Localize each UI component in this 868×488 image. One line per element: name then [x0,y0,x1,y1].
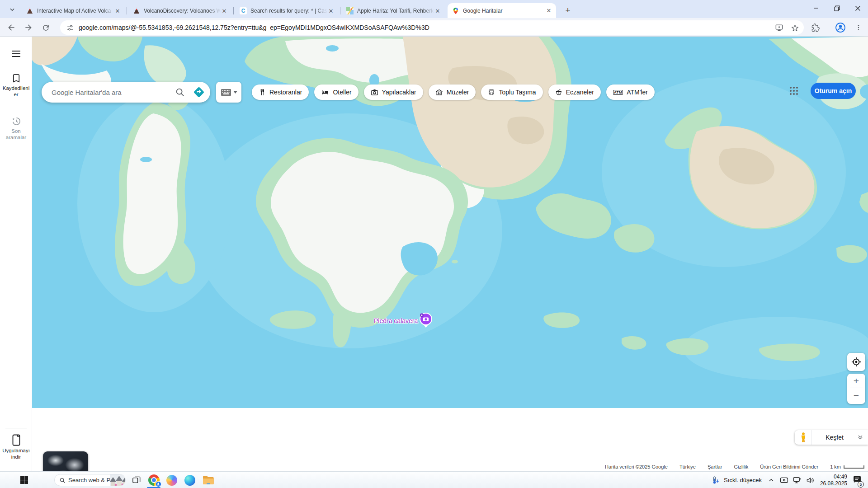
tray-expand-chevron-icon[interactable] [768,477,774,483]
install-app-icon[interactable] [775,23,783,32]
back-button[interactable] [5,22,17,33]
window-close-button[interactable] [847,0,868,16]
sidebar-item-label: Uygulamayı indir [0,448,32,460]
my-location-button[interactable] [847,353,865,371]
google-maps-app: Piedra calavera Kaydedilenler [0,37,868,471]
chip-transit[interactable]: Toplu Taşıma [481,84,542,100]
privacy-link[interactable]: Gizlilik [734,464,748,469]
chip-hotels[interactable]: Oteller [314,84,358,100]
tab-close-button[interactable]: ✕ [545,7,552,14]
profile-button[interactable] [835,22,846,33]
tab-title: Interactive Map of Active Volca [37,8,114,14]
photo-marker-icon [419,312,433,329]
new-tab-button[interactable]: + [562,5,574,16]
reload-icon [42,23,50,32]
chip-restaurants[interactable]: Restoranlar [252,84,309,100]
bookmark-star-icon[interactable] [791,23,799,32]
chip-label: Restoranlar [269,89,302,96]
maps-search-input[interactable] [52,89,175,96]
zoom-out-button[interactable]: − [847,388,865,402]
window-restore-button[interactable] [826,0,847,16]
caret-down-icon [233,91,237,94]
close-icon [855,5,861,11]
browser-menu-button[interactable] [853,22,864,33]
taskbar-search-box[interactable] [54,474,126,486]
taskbar-search-input[interactable] [68,477,110,483]
tab-close-button[interactable]: ✕ [114,7,121,14]
sidebar-item-recents[interactable]: Son aramalar [0,116,32,141]
chip-things-to-do[interactable]: Yapılacaklar [364,84,423,100]
window-minimize-button[interactable] [806,0,826,16]
tab-close-button[interactable]: ✕ [221,7,228,14]
pegman-control[interactable] [795,430,812,445]
sidebar-divider [5,428,27,428]
windows-taskbar: Sıckl. düşecek 04:49 26.08.2025 5 [0,471,868,488]
feedback-link[interactable]: Ürün Geri Bildirimi Gönder [760,464,818,469]
weather-widget[interactable]: Sıckl. düşecek [711,476,762,485]
category-chip-row: Restoranlar Oteller Yapılacaklar Müzeler… [252,84,655,100]
restaurant-icon [259,89,266,96]
chip-label: Yapılacaklar [382,89,416,96]
tab-apple-maps[interactable]: Apple Harita: Yol Tarifi, Rehberle ✕ [342,4,445,18]
region-link[interactable]: Türkiye [679,464,696,469]
google-maps-pin-icon [452,7,459,14]
tab-volcanodiscovery[interactable]: VolcanoDiscovery: Volcanoes W ✕ [128,4,231,18]
poi-photo-marker[interactable] [419,312,433,329]
sidebar-item-get-app[interactable]: Uygulamayı indir [0,434,32,460]
forward-button[interactable] [23,22,34,33]
address-bar[interactable]: google.com/maps/@-55.5341853,-69.2621548… [60,20,804,35]
taskbar-chrome-button[interactable] [146,472,162,488]
tab-title: Search results for query: * | Cass [250,8,327,14]
search-highlight-image [110,474,126,486]
weather-text: Sıckl. düşecek [724,477,762,483]
volcano-icon [26,7,33,14]
tab-separator [340,7,340,14]
google-apps-button[interactable] [788,85,800,97]
tab-search-button[interactable] [6,5,18,14]
reload-button[interactable] [40,22,52,33]
tab-search-results[interactable]: C Search results for query: * | Cass ✕ [235,4,338,18]
tab-volcano-map[interactable]: Interactive Map of Active Volca ✕ [22,4,125,18]
history-clock-icon [11,116,21,127]
terms-link[interactable]: Şartlar [708,464,722,469]
directions-icon[interactable] [193,86,205,98]
extensions-button[interactable] [809,22,821,33]
volume-icon[interactable] [806,476,815,484]
input-tools-button[interactable] [216,82,241,103]
collapse-chevrons-icon[interactable] [857,434,863,441]
desktop: Interactive Map of Active Volca ✕ Volcan… [0,0,868,488]
tab-google-maps-active[interactable]: Google Haritalar ✕ [448,3,556,18]
task-view-button[interactable] [129,472,144,488]
bookmark-icon [11,73,21,84]
chip-museums[interactable]: Müzeler [429,84,476,100]
map-data-text: Harita verileri ©2025 Google [605,464,668,469]
browser-tab-strip: Interactive Map of Active Volca ✕ Volcan… [0,0,868,18]
maps-sidebar: Kaydedilenler Son aramalar Uygulamayı in… [0,37,32,471]
zoom-in-button[interactable]: + [847,374,865,388]
puzzle-icon [811,23,820,32]
sidebar-item-saved[interactable]: Kaydedilenler [0,73,32,98]
chip-label: ATM'ler [627,89,648,96]
taskbar-edge-button[interactable] [182,472,198,488]
notification-count-badge: 5 [858,481,864,488]
main-menu-button[interactable] [0,50,32,59]
taskbar-clock[interactable]: 04:49 26.08.2025 [820,474,847,487]
network-icon[interactable] [793,477,802,484]
taskbar-copilot-button[interactable] [164,472,180,488]
kebab-menu-icon [855,24,862,31]
chip-atms[interactable]: ATM ATM'ler [606,84,655,100]
hamburger-icon [12,50,21,57]
tab-close-button[interactable]: ✕ [434,7,441,14]
tab-close-button[interactable]: ✕ [327,7,335,14]
chip-label: Müzeler [447,89,469,96]
sidebar-item-label: Kaydedilenler [0,85,32,98]
tab-title: VolcanoDiscovery: Volcanoes W [144,8,221,14]
screen-cast-icon[interactable] [780,477,788,484]
taskbar-file-explorer-button[interactable] [200,472,216,488]
notification-center-button[interactable]: 5 [853,475,862,486]
search-icon[interactable] [175,87,185,97]
poi-label[interactable]: Piedra calavera [374,317,418,324]
start-button[interactable] [17,472,31,488]
sign-in-button[interactable]: Oturum açın [811,83,856,99]
chip-pharmacies[interactable]: Eczaneler [548,84,601,100]
